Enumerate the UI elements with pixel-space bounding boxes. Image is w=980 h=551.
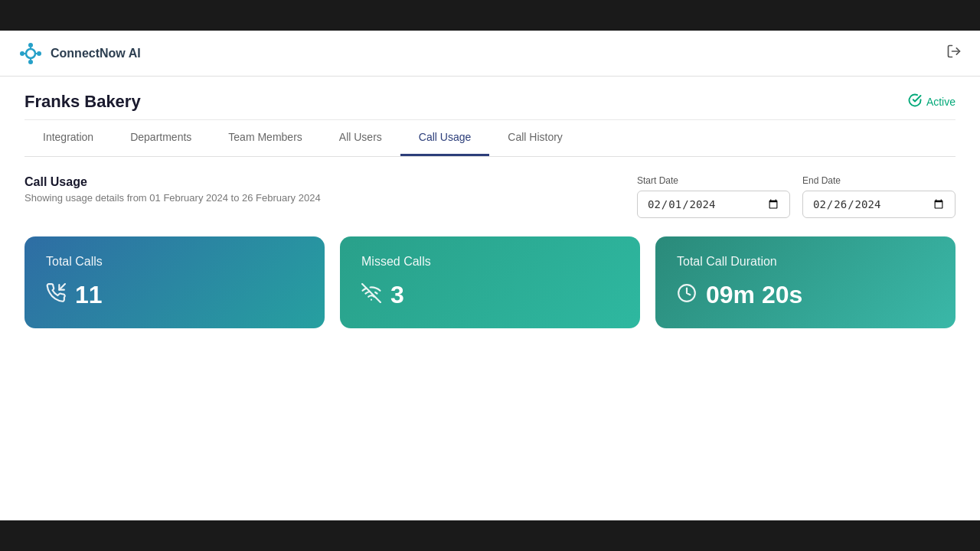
usage-controls: Call Usage Showing usage details from 01… xyxy=(24,175,956,218)
end-date-label: End Date xyxy=(802,175,956,186)
tab-integration[interactable]: Integration xyxy=(24,120,112,156)
tab-all-users[interactable]: All Users xyxy=(321,120,400,156)
top-bar xyxy=(0,0,980,31)
missed-calls-card: Missed Calls 3 xyxy=(340,236,640,328)
svg-point-1 xyxy=(28,43,33,47)
total-duration-label: Total Call Duration xyxy=(677,255,934,269)
start-date-input[interactable] xyxy=(637,191,790,218)
clock-icon xyxy=(677,283,697,308)
svg-point-0 xyxy=(26,49,35,58)
tab-nav: Integration Departments Team Members All… xyxy=(24,120,956,157)
phone-incoming-icon xyxy=(46,283,66,308)
start-date-field: Start Date xyxy=(637,175,790,218)
stats-grid: Total Calls 11 Missed Calls xyxy=(24,236,956,328)
tab-call-history[interactable]: Call History xyxy=(489,120,581,156)
total-duration-card: Total Call Duration 09m 20s xyxy=(655,236,956,328)
missed-calls-value-row: 3 xyxy=(361,281,619,309)
active-check-icon xyxy=(908,93,922,110)
svg-point-3 xyxy=(20,51,24,56)
app-header: ConnectNow AI xyxy=(0,31,980,77)
total-duration-value: 09m 20s xyxy=(706,281,802,309)
logo-area: ConnectNow AI xyxy=(18,41,141,66)
total-calls-label: Total Calls xyxy=(46,255,303,269)
section-header: Call Usage Showing usage details from 01… xyxy=(24,175,321,204)
svg-point-2 xyxy=(28,60,33,64)
total-duration-value-row: 09m 20s xyxy=(677,281,934,309)
date-pickers: Start Date End Date xyxy=(637,175,956,218)
end-date-field: End Date xyxy=(802,175,956,218)
page-header: Franks Bakery Active xyxy=(24,77,956,120)
logout-button[interactable] xyxy=(946,44,962,63)
page-title: Franks Bakery xyxy=(24,92,141,112)
start-date-label: Start Date xyxy=(637,175,790,186)
tab-departments[interactable]: Departments xyxy=(112,120,210,156)
tab-team-members[interactable]: Team Members xyxy=(210,120,320,156)
section-subtitle: Showing usage details from 01 February 2… xyxy=(24,192,321,204)
status-text: Active xyxy=(926,96,956,108)
total-calls-card: Total Calls 11 xyxy=(24,236,325,328)
section-title: Call Usage xyxy=(24,175,321,189)
end-date-input[interactable] xyxy=(802,191,956,218)
svg-line-10 xyxy=(59,284,65,290)
main-content: Franks Bakery Active Integration Departm… xyxy=(0,77,980,520)
svg-point-4 xyxy=(37,51,41,56)
app-logo-icon xyxy=(18,41,43,66)
missed-calls-value: 3 xyxy=(390,281,404,309)
total-calls-value: 11 xyxy=(75,281,103,309)
total-calls-value-row: 11 xyxy=(46,281,303,309)
status-badge: Active xyxy=(908,93,956,110)
app-name: ConnectNow AI xyxy=(51,47,141,60)
tab-call-usage[interactable]: Call Usage xyxy=(400,120,489,156)
missed-call-icon xyxy=(361,283,381,308)
bottom-bar xyxy=(0,520,980,551)
missed-calls-label: Missed Calls xyxy=(361,255,619,269)
